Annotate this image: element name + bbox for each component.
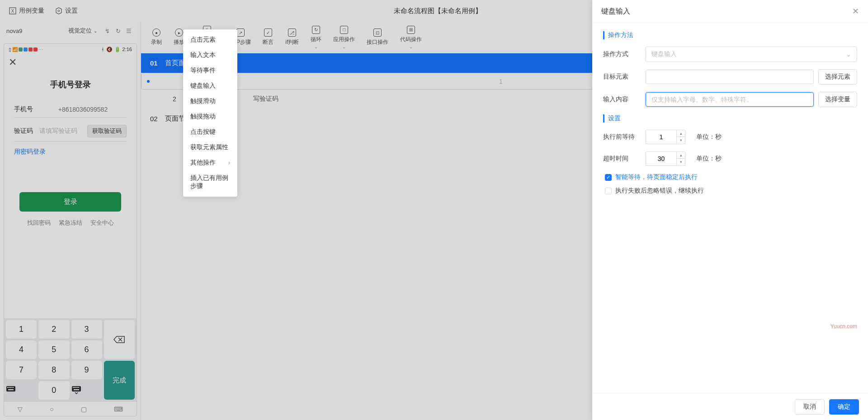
select-element-button[interactable]: 选择元素	[818, 69, 857, 85]
wait-input[interactable]	[646, 130, 676, 144]
timeout-label: 超时时间	[603, 155, 641, 163]
menu-other-ops[interactable]: 其他操作›	[183, 155, 237, 170]
menu-click-element[interactable]: 点击元素	[183, 32, 237, 47]
target-element-label: 目标元素	[603, 73, 641, 81]
op-mode-select[interactable]: 键盘输入⌄	[646, 47, 857, 62]
smart-wait-checkbox[interactable]: ✓ 智能等待，待页面稳定后执行	[605, 173, 857, 181]
keyboard-input-drawer: 键盘输入 ✕ 操作方法 操作方式 键盘输入⌄ 目标元素 选择元素 输入内容 选择…	[592, 0, 868, 420]
menu-wait-event[interactable]: 等待事件	[183, 63, 237, 78]
select-variable-button[interactable]: 选择变量	[818, 92, 857, 107]
chevron-down-icon: ⌄	[846, 51, 851, 58]
common-ops-dropdown: 点击元素 输入文本 等待事件 键盘输入 触摸滑动 触摸拖动 点击按键 获取元素属…	[183, 29, 237, 197]
op-mode-label: 操作方式	[603, 50, 641, 58]
timeout-input[interactable]	[646, 151, 676, 166]
menu-insert-case-steps[interactable]: 插入已有用例步骤	[183, 170, 237, 194]
step-up-icon[interactable]: ▴	[676, 130, 685, 137]
section-settings: 设置	[603, 114, 857, 123]
menu-click-key[interactable]: 点击按键	[183, 124, 237, 140]
checkbox-icon	[605, 188, 612, 194]
cancel-button[interactable]: 取消	[795, 399, 825, 415]
drawer-title: 键盘输入	[601, 7, 630, 16]
wait-unit: 单位：秒	[696, 133, 722, 141]
section-operation: 操作方法	[603, 31, 857, 39]
drawer-close-icon[interactable]: ✕	[852, 6, 859, 16]
wait-stepper[interactable]: ▴▾	[646, 130, 685, 144]
step-down-icon[interactable]: ▾	[676, 137, 685, 144]
ok-button[interactable]: 确定	[829, 399, 859, 415]
timeout-stepper[interactable]: ▴▾	[646, 151, 685, 166]
step-down-icon[interactable]: ▾	[676, 159, 685, 166]
chevron-right-icon: ›	[228, 160, 230, 166]
checkbox-icon: ✓	[605, 174, 612, 181]
timeout-unit: 单位：秒	[696, 155, 722, 163]
ignore-error-checkbox[interactable]: 执行失败后忽略错误，继续执行	[605, 187, 857, 195]
menu-get-element-attr[interactable]: 获取元素属性	[183, 140, 237, 155]
target-element-input[interactable]	[646, 70, 814, 84]
wait-before-label: 执行前等待	[603, 133, 641, 141]
menu-input-text[interactable]: 输入文本	[183, 47, 237, 63]
step-up-icon[interactable]: ▴	[676, 151, 685, 159]
input-content-input[interactable]	[646, 92, 814, 107]
menu-touch-drag[interactable]: 触摸拖动	[183, 109, 237, 124]
menu-keyboard-input[interactable]: 键盘输入	[183, 78, 237, 94]
menu-touch-swipe[interactable]: 触摸滑动	[183, 94, 237, 109]
input-content-label: 输入内容	[603, 95, 641, 104]
